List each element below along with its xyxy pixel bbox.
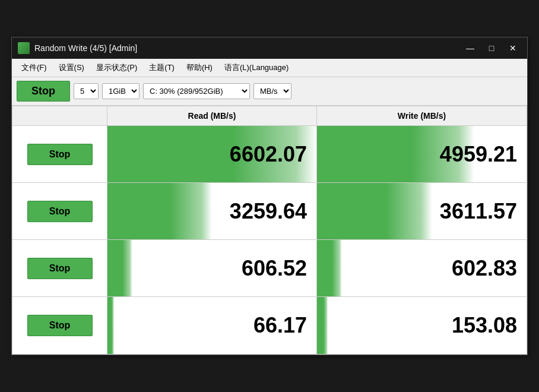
drive-select[interactable]: C: 30% (289/952GiB) xyxy=(143,83,250,99)
header-btn-col xyxy=(12,106,107,125)
menu-help[interactable]: 帮助(H) xyxy=(182,61,217,75)
write-bar-3 xyxy=(317,240,342,296)
write-value-4: 153.08 xyxy=(452,313,517,338)
window-title: Random Write (4/5) [Admin] xyxy=(34,43,137,53)
title-bar-left: Random Write (4/5) [Admin] xyxy=(18,42,137,54)
write-value-1: 4959.21 xyxy=(440,142,517,167)
read-cell-3: 606.52 xyxy=(107,240,317,296)
maximize-button[interactable]: □ xyxy=(483,42,500,55)
read-value-3: 606.52 xyxy=(242,256,307,281)
write-bar-2 xyxy=(317,183,432,239)
menu-theme[interactable]: 主题(T) xyxy=(144,61,179,75)
read-value-2: 3259.64 xyxy=(230,199,307,224)
read-value-4: 66.17 xyxy=(253,313,307,338)
toolbar: Stop 5 1GiB C: 30% (289/952GiB) MB/s xyxy=(12,77,527,106)
read-bar-4 xyxy=(107,297,114,354)
close-button[interactable]: ✕ xyxy=(505,42,521,55)
menu-language[interactable]: 语言(L)(Language) xyxy=(220,61,293,75)
btn-cell-2: Stop xyxy=(12,183,107,239)
read-cell-4: 66.17 xyxy=(107,297,317,354)
read-value-1: 6602.07 xyxy=(230,142,307,167)
write-value-2: 3611.57 xyxy=(440,199,517,224)
menu-file[interactable]: 文件(F) xyxy=(17,61,52,75)
benchmark-table: Read (MB/s) Write (MB/s) Stop 6602.07 49… xyxy=(12,106,527,355)
stop-button-2[interactable]: Stop xyxy=(27,201,93,222)
read-bar-2 xyxy=(107,183,212,239)
table-header: Read (MB/s) Write (MB/s) xyxy=(12,106,527,126)
table-row: Stop 3259.64 3611.57 xyxy=(12,183,527,240)
menu-bar: 文件(F) 设置(S) 显示状态(P) 主题(T) 帮助(H) 语言(L)(La… xyxy=(12,59,527,77)
app-icon xyxy=(18,42,30,54)
menu-display[interactable]: 显示状态(P) xyxy=(91,61,142,75)
size-select[interactable]: 1GiB xyxy=(102,83,139,99)
btn-cell-1: Stop xyxy=(12,126,107,182)
write-bar-4 xyxy=(317,297,328,354)
write-value-3: 602.83 xyxy=(452,256,517,281)
stop-button-4[interactable]: Stop xyxy=(27,315,93,336)
window-controls: — □ ✕ xyxy=(462,42,521,55)
table-row: Stop 6602.07 4959.21 xyxy=(12,126,527,183)
read-cell-1: 6602.07 xyxy=(107,126,317,182)
btn-cell-4: Stop xyxy=(12,297,107,354)
header-read: Read (MB/s) xyxy=(107,106,317,125)
write-cell-3: 602.83 xyxy=(317,240,527,296)
unit-select[interactable]: MB/s xyxy=(253,83,291,99)
btn-cell-3: Stop xyxy=(12,240,107,296)
write-cell-1: 4959.21 xyxy=(317,126,527,182)
header-write: Write (MB/s) xyxy=(317,106,527,125)
count-select[interactable]: 5 xyxy=(74,83,99,99)
stop-button-1[interactable]: Stop xyxy=(27,144,93,165)
stop-button-3[interactable]: Stop xyxy=(27,258,93,279)
main-window: Random Write (4/5) [Admin] — □ ✕ 文件(F) 设… xyxy=(11,37,528,355)
write-cell-4: 153.08 xyxy=(317,297,527,354)
menu-settings[interactable]: 设置(S) xyxy=(54,61,89,75)
read-bar-3 xyxy=(107,240,132,296)
table-row: Stop 66.17 153.08 xyxy=(12,297,527,354)
main-stop-button[interactable]: Stop xyxy=(17,81,70,102)
read-cell-2: 3259.64 xyxy=(107,183,317,239)
table-row: Stop 606.52 602.83 xyxy=(12,240,527,297)
minimize-button[interactable]: — xyxy=(462,42,478,55)
title-bar: Random Write (4/5) [Admin] — □ ✕ xyxy=(12,37,527,59)
write-cell-2: 3611.57 xyxy=(317,183,527,239)
